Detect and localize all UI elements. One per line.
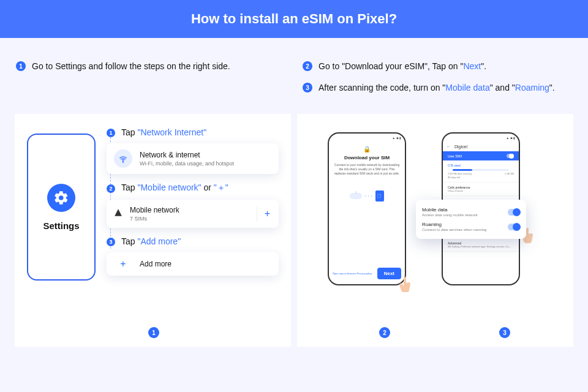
use-sim-toggle-row[interactable]: Use SIM bbox=[443, 151, 519, 160]
mobile-data-link: Mobile data bbox=[445, 83, 489, 92]
step-badge-2-icon: 2 bbox=[107, 184, 115, 193]
step-1-hl: "Network Internet" bbox=[137, 127, 206, 137]
roaming-sub: Connect to data services when roaming bbox=[422, 228, 486, 232]
step-2-head: 2 Tap "Mobile network" or "＋" bbox=[107, 183, 279, 194]
download-sim-desc: Connect to your mobile network by downlo… bbox=[334, 163, 400, 176]
use-sim-label: Use SIM bbox=[448, 154, 462, 158]
network-internet-card[interactable]: Network & internet Wi-Fi, mobile, data u… bbox=[107, 143, 279, 174]
panel-2-badge: 2 bbox=[379, 327, 390, 338]
statusbar-icon: ▲ ◆ ▮ bbox=[443, 134, 519, 142]
badge-2-icon: 2 bbox=[303, 61, 312, 71]
roaming-toggle-row[interactable]: Roaming Connect to data services when ro… bbox=[422, 219, 520, 234]
signal-icon bbox=[114, 208, 123, 219]
instruction-2: 2 Go to "Download your eSIM", Tap on "Ne… bbox=[303, 60, 572, 73]
progress-bar bbox=[453, 169, 509, 171]
sim-chip-icon: ⬚ bbox=[375, 190, 384, 202]
mobile-data-switch[interactable] bbox=[508, 209, 520, 216]
mobile-data-sub: Access data using mobile network bbox=[422, 213, 478, 217]
panel-right: ▲ ◆ ▮ 🔒 Download your SIM Connect to you… bbox=[297, 114, 573, 347]
step-badge-3-icon: 3 bbox=[107, 238, 115, 246]
roaming-label: Roaming bbox=[422, 222, 486, 227]
step-2-hl2: "＋" bbox=[214, 183, 228, 192]
mobile-network-card[interactable]: Mobile network 7 SIMs + bbox=[107, 200, 279, 228]
mobile-data-label: Mobile data bbox=[422, 207, 478, 213]
network-card-sub: Wi-Fi, mobile, data usage, and hotspot bbox=[140, 160, 234, 167]
instruction-1-text: Go to Settings and follow the steps on t… bbox=[32, 60, 230, 73]
calls-pref-row[interactable]: Calls preference China Unicom bbox=[443, 183, 519, 196]
network-card-title: Network & internet bbox=[140, 151, 234, 159]
step-badge-1-icon: 1 bbox=[107, 129, 115, 137]
statusbar-icon: ▲ ◆ ▮ bbox=[329, 134, 405, 142]
plus-icon[interactable]: + bbox=[257, 206, 271, 221]
step-3-head: 3 Tap "Add more" bbox=[107, 236, 279, 246]
add-more-title: Add more bbox=[140, 260, 172, 268]
mobile-card-title: Mobile network bbox=[130, 206, 179, 214]
download-illustration: • • • ⬚ bbox=[334, 190, 400, 202]
settings-phone-mock: Settings bbox=[27, 134, 96, 281]
toggles-callout: Mobile data Access data using mobile net… bbox=[416, 200, 526, 239]
dots-icon: • • • bbox=[364, 194, 372, 198]
add-plus-icon: + bbox=[114, 258, 132, 270]
settings-label: Settings bbox=[43, 221, 79, 231]
carrier-name: Digicel bbox=[454, 145, 467, 149]
panel-left: Settings 1 Tap "Network Internet" Networ… bbox=[15, 114, 291, 347]
badge-3-icon: 3 bbox=[303, 83, 312, 92]
gear-icon bbox=[47, 184, 75, 212]
next-button[interactable]: Next bbox=[377, 268, 401, 279]
data-usage-row: O B used 2.00 GB data warning 2.00 GB 30… bbox=[443, 160, 519, 183]
step-1-head: 1 Tap "Network Internet" bbox=[107, 127, 279, 137]
roaming-switch[interactable] bbox=[508, 224, 520, 230]
wifi-icon bbox=[114, 149, 132, 168]
download-sim-title: Download your SIM bbox=[334, 155, 400, 160]
next-link: Next bbox=[463, 61, 481, 71]
instruction-3-text: After scanning the code, turn on "Mobile… bbox=[318, 81, 555, 94]
phone-download-sim: ▲ ◆ ▮ 🔒 Download your SIM Connect to you… bbox=[328, 132, 406, 285]
add-more-card[interactable]: + Add more bbox=[107, 252, 279, 276]
instruction-1: 1 Go to Settings and follow the steps on… bbox=[16, 60, 285, 73]
step-2-hl1: "Mobile network" bbox=[137, 183, 201, 192]
toggle-on-icon[interactable] bbox=[507, 154, 514, 158]
instruction-2-text: Go to "Download your eSIM", Tap on "Next… bbox=[318, 60, 486, 73]
step-3-hl: "Add more" bbox=[137, 236, 181, 246]
back-arrow-icon[interactable]: ← bbox=[447, 145, 451, 149]
policy-links[interactable]: Open source licenses Privacy policy bbox=[333, 272, 372, 275]
instructions-row: 1 Go to Settings and follow the steps on… bbox=[0, 38, 588, 108]
mobile-card-sub: 7 SIMs bbox=[130, 216, 179, 222]
badge-1-icon: 1 bbox=[16, 61, 26, 71]
mobile-data-toggle-row[interactable]: Mobile data Access data using mobile net… bbox=[422, 205, 520, 219]
advanced-row[interactable]: Advanced 4G Calling, Preferred network t… bbox=[443, 238, 519, 252]
cloud-icon bbox=[350, 193, 362, 199]
page-title: How to install an eSIM on Pixel? bbox=[0, 0, 588, 38]
roaming-link: Roaming bbox=[515, 83, 549, 92]
lock-icon: 🔒 bbox=[334, 146, 400, 153]
panel-3-badge: 3 bbox=[499, 327, 510, 338]
panel-1-badge: 1 bbox=[148, 327, 159, 338]
instruction-3: 3 After scanning the code, turn on "Mobi… bbox=[303, 81, 572, 94]
